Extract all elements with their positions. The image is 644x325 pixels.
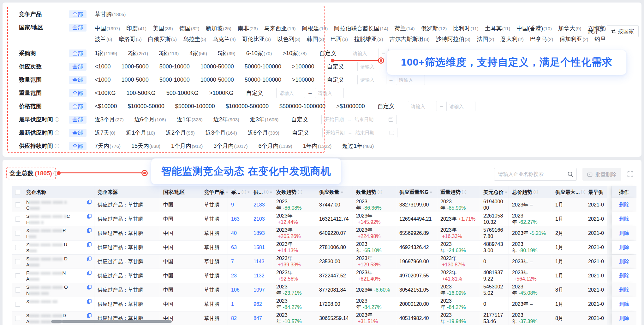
filter-option[interactable]: 摩洛哥(5) [118,35,141,43]
filter-option[interactable]: 土耳其(11) [485,25,510,32]
row-checkbox[interactable] [15,316,20,321]
date-range-picker[interactable]: 开始日期→结束日期 [322,128,397,137]
filter-option[interactable]: 5000-10000 [159,63,190,70]
filter-option[interactable]: 超过1年(483) [342,142,374,150]
delete-link[interactable]: 删除 [619,244,629,251]
filter-option[interactable]: 德国(32) [179,25,200,32]
min-input[interactable] [357,75,386,84]
copy-icon[interactable] [87,200,92,206]
link-value[interactable]: 23 [231,273,237,279]
header-cell[interactable]: 竞争产品▲▼ [201,186,228,198]
filter-option[interactable]: 15天内(838) [131,142,160,150]
vertical-scrollbar-strip[interactable] [607,311,612,325]
filter-all-chip[interactable]: 全部 [69,76,86,84]
filter-option[interactable]: <$10000 [95,103,117,110]
filter-option[interactable]: 50000-100000 [245,63,281,70]
filter-option[interactable]: 荷兰(14) [395,25,415,32]
filter-option[interactable]: 1个月内(912) [171,142,203,150]
filter-option[interactable]: 5家(39) [218,49,236,57]
link-value[interactable]: 1893 [253,230,265,236]
row-checkbox[interactable] [15,202,20,207]
delete-link[interactable]: 删除 [619,216,629,222]
filter-option[interactable]: 1家(1199) [95,49,117,57]
vertical-scrollbar-strip[interactable] [607,297,612,311]
custom-option[interactable]: 自定义 [246,89,263,97]
by-country-button[interactable]: 按国家 [607,25,639,37]
vertical-scrollbar-strip[interactable] [607,212,612,226]
filter-option[interactable]: 近6个月(399) [248,129,279,136]
filter-option[interactable]: <1000 [95,77,111,83]
copy-icon[interactable] [87,242,92,249]
filter-option[interactable]: 7天内(776) [95,142,121,150]
horizontal-scrollbar[interactable] [51,320,172,323]
info-icon[interactable]: ⓘ [55,143,59,149]
filter-option[interactable]: 法国(2) [477,35,494,43]
vertical-scrollbar-strip[interactable] [607,198,612,212]
filter-option[interactable]: 俄罗斯(12) [421,25,447,32]
sort-icon[interactable]: ▲▼ [505,192,508,192]
header-cell[interactable]: 供应重量/KG▲▼ [396,186,437,198]
link-value[interactable]: 40 [231,230,237,236]
fullscreen-button[interactable] [627,171,634,178]
search-icon[interactable] [567,171,574,177]
filter-option[interactable]: 南非(23) [238,25,258,32]
filter-option[interactable]: <1000 [95,63,111,70]
filter-option[interactable]: 近6个月(108) [134,116,166,123]
delete-link[interactable]: 删除 [619,273,629,279]
batch-delete-button[interactable]: 批量删除 [582,168,621,181]
row-checkbox[interactable] [15,273,20,278]
filter-option[interactable]: 3个月内(1017) [213,142,247,150]
custom-option[interactable]: 自定义 [378,102,395,110]
filter-option[interactable]: 印度(41) [126,25,146,32]
copy-icon[interactable] [87,270,92,277]
custom-option[interactable]: 自定义 [291,116,308,123]
custom-option[interactable]: 自定义 [327,76,344,84]
link-value[interactable]: 9 [231,202,234,208]
filter-option[interactable]: 4家(56) [189,49,207,57]
filter-option[interactable]: >100000 [292,63,314,70]
link-value[interactable]: 1097 [253,287,265,293]
filter-option[interactable]: 近2个月(95) [166,129,195,136]
link-value[interactable]: 962 [253,301,262,307]
filter-option[interactable]: 6个月内(1139) [259,142,292,150]
copy-icon[interactable] [87,299,92,305]
link-value[interactable]: 847 [253,315,262,322]
filter-option[interactable]: 1000-5000 [122,77,149,83]
filter-option[interactable]: 乌克兰(4) [212,35,236,43]
vertical-scrollbar-strip[interactable] [607,186,612,198]
filter-option[interactable]: $500000-1000000 [279,103,325,110]
header-cell[interactable]: 供...ⓘ▲▼ [250,186,273,198]
filter-all-chip[interactable]: 全部 [69,63,86,71]
filter-option[interactable]: >100000 [292,77,314,83]
filter-option[interactable]: 近3年(1605) [250,116,278,123]
filter-option[interactable]: 100-500KG [127,90,156,96]
filter-option[interactable]: 500-1000KG [166,90,199,96]
filter-option[interactable]: 沙特阿拉伯(3) [436,35,470,43]
row-checkbox[interactable] [15,287,20,293]
filter-option[interactable]: 巴西(3) [331,35,348,43]
delete-link[interactable]: 删除 [619,258,629,265]
filter-option[interactable]: 近2年(903) [213,116,239,123]
filter-option[interactable]: 阿拉伯联合酋长国(14) [334,25,388,32]
filter-option[interactable]: 阿根廷(16) [302,25,328,32]
filter-option[interactable]: 比利时(11) [453,25,479,32]
info-icon[interactable]: ⓘ [242,189,246,195]
search-input[interactable] [494,168,577,181]
filter-all-chip[interactable]: 全部 [69,142,86,150]
copy-icon[interactable] [87,256,92,263]
link-value[interactable]: 2183 [253,202,265,208]
min-input[interactable] [350,49,379,58]
delete-link[interactable]: 删除 [619,287,629,293]
filter-all-chip[interactable]: 全部 [69,10,86,18]
filter-option[interactable]: 3家(113) [159,49,179,57]
filter-all-chip[interactable]: 全部 [69,116,86,124]
sort-icon[interactable]: ▲▼ [430,192,432,192]
filter-option[interactable]: >10家(78) [283,49,307,57]
link-value[interactable]: 163 [231,216,240,222]
info-icon[interactable]: ⓘ [264,189,268,195]
info-icon[interactable]: ⓘ [581,189,585,195]
link-value[interactable]: 1 [231,301,234,307]
filter-option[interactable]: $50000-100000 [175,103,215,110]
info-icon[interactable]: ⓘ [298,189,302,195]
filter-option[interactable]: 1年内(1322) [303,142,331,150]
